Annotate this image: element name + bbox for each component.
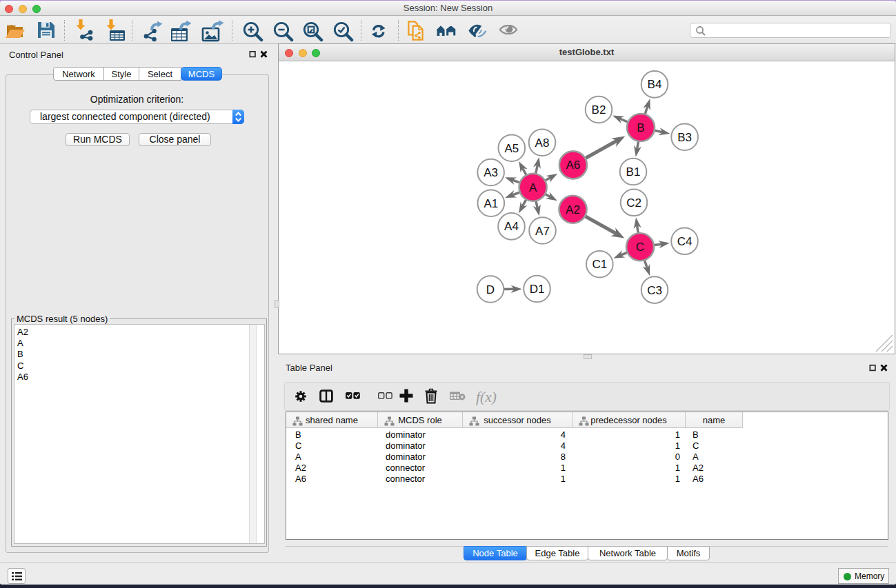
svg-text:C4: C4 (677, 235, 693, 248)
svg-text:A2: A2 (566, 203, 580, 216)
svg-text:C1: C1 (592, 258, 607, 271)
svg-text:A: A (529, 181, 537, 194)
svg-text:A1: A1 (484, 197, 498, 210)
svg-text:B: B (637, 121, 644, 134)
svg-text:B1: B1 (626, 165, 641, 179)
svg-text:B2: B2 (592, 103, 606, 116)
svg-text:A6: A6 (566, 159, 581, 172)
svg-text:A4: A4 (504, 220, 519, 233)
svg-text:C3: C3 (647, 284, 662, 297)
svg-text:C2: C2 (626, 196, 641, 210)
svg-text:A5: A5 (504, 142, 519, 155)
svg-text:D: D (486, 283, 495, 296)
svg-text:B4: B4 (648, 78, 662, 91)
svg-text:A8: A8 (535, 136, 550, 150)
svg-text:C: C (636, 241, 644, 254)
svg-text:A7: A7 (535, 225, 550, 238)
svg-text:B3: B3 (677, 131, 692, 144)
svg-text:A3: A3 (484, 166, 498, 179)
svg-text:D1: D1 (530, 283, 545, 296)
